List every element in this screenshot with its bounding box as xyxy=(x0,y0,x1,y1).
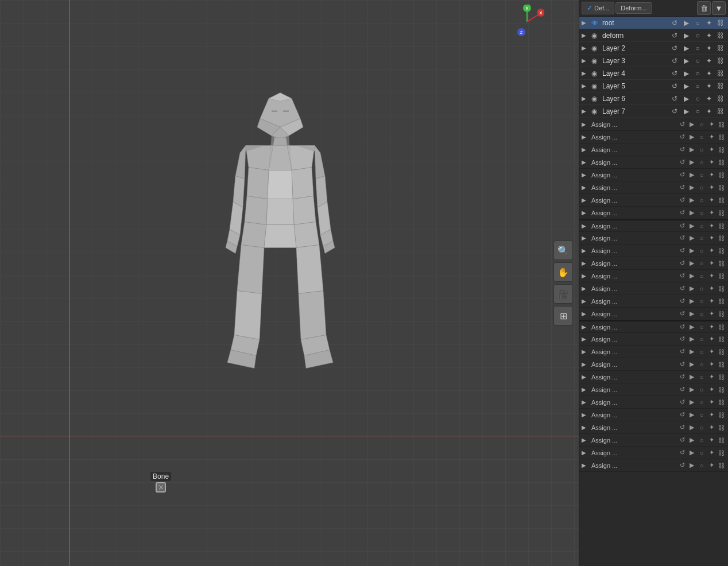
play-ai-10[interactable]: ▶ xyxy=(687,247,696,254)
assign-chevron-15[interactable]: ▶ xyxy=(582,311,590,317)
refresh-icon-layer7[interactable]: ↺ xyxy=(669,107,680,115)
assign-chevron-10[interactable]: ▶ xyxy=(582,247,590,254)
play-ai-25[interactable]: ▶ xyxy=(687,436,696,444)
assign-chevron-26[interactable]: ▶ xyxy=(582,449,590,456)
link-ai-25[interactable]: ⛓ xyxy=(717,437,726,444)
play-ai-22[interactable]: ▶ xyxy=(687,398,696,406)
refresh-ai-23[interactable]: ↺ xyxy=(677,411,687,418)
eye-layer2[interactable]: ◉ xyxy=(591,44,601,52)
bone-ai-1[interactable]: ✦ xyxy=(707,133,716,141)
refresh-ai-26[interactable]: ↺ xyxy=(677,449,687,456)
group-row-layer3[interactable]: ▶ ◉ Layer 3 ↺ ▶ ○ ✦ ⛓ xyxy=(579,55,728,67)
circle-ai-18[interactable]: ○ xyxy=(697,348,706,355)
assign-row-2[interactable]: ▶ Assign ... ↺ ▶ ○ ✦ ⛓ xyxy=(579,144,728,156)
bone-ai-18[interactable]: ✦ xyxy=(707,348,716,355)
assign-chevron-8[interactable]: ▶ xyxy=(582,223,590,229)
circle-ai-2[interactable]: ○ xyxy=(697,146,706,153)
link-ai-17[interactable]: ⛓ xyxy=(717,336,726,343)
assign-row-12[interactable]: ▶ Assign ... ↺ ▶ ○ ✦ ⛓ xyxy=(579,270,728,282)
bone-ai-5[interactable]: ✦ xyxy=(707,184,716,191)
circle-ai-15[interactable]: ○ xyxy=(697,311,706,317)
bone-ai-19[interactable]: ✦ xyxy=(707,360,716,368)
refresh-ai-14[interactable]: ↺ xyxy=(677,297,687,305)
link-ai-9[interactable]: ⛓ xyxy=(717,235,726,242)
assign-row-19[interactable]: ▶ Assign ... ↺ ▶ ○ ✦ ⛓ xyxy=(579,358,728,371)
link-ai-21[interactable]: ⛓ xyxy=(717,386,726,393)
play-ai-14[interactable]: ▶ xyxy=(687,297,696,305)
link-ai-18[interactable]: ⛓ xyxy=(717,348,726,355)
assign-row-11[interactable]: ▶ Assign ... ↺ ▶ ○ ✦ ⛓ xyxy=(579,257,728,270)
circle-ai-0[interactable]: ○ xyxy=(697,121,706,128)
assign-chevron-2[interactable]: ▶ xyxy=(582,146,590,153)
play-ai-8[interactable]: ▶ xyxy=(687,222,696,230)
assign-row-5[interactable]: ▶ Assign ... ↺ ▶ ○ ✦ ⛓ xyxy=(579,181,728,194)
link-icon-root[interactable]: ⛓ xyxy=(715,19,726,27)
refresh-ai-18[interactable]: ↺ xyxy=(677,348,687,355)
circle-ai-19[interactable]: ○ xyxy=(697,361,706,368)
play-ai-27[interactable]: ▶ xyxy=(687,462,696,469)
play-ai-7[interactable]: ▶ xyxy=(687,209,696,216)
link-ai-15[interactable]: ⛓ xyxy=(717,311,726,317)
link-icon-layer7[interactable]: ⛓ xyxy=(715,107,726,115)
assign-row-6[interactable]: ▶ Assign ... ↺ ▶ ○ ✦ ⛓ xyxy=(579,194,728,207)
assign-chevron-0[interactable]: ▶ xyxy=(582,121,590,127)
link-icon-layer5[interactable]: ⛓ xyxy=(715,82,726,90)
refresh-ai-1[interactable]: ↺ xyxy=(677,133,687,141)
refresh-ai-11[interactable]: ↺ xyxy=(677,259,687,267)
group-row-deform[interactable]: ▶ ◉ deform ↺ ▶ ○ ✦ ⛓ xyxy=(579,29,728,42)
assign-chevron-7[interactable]: ▶ xyxy=(582,210,590,216)
play-icon-layer5[interactable]: ▶ xyxy=(681,82,691,90)
assign-chevron-3[interactable]: ▶ xyxy=(582,159,590,165)
circle-icon-layer2[interactable]: ○ xyxy=(692,44,703,52)
assign-chevron-20[interactable]: ▶ xyxy=(582,374,590,380)
link-ai-20[interactable]: ⛓ xyxy=(717,374,726,381)
link-ai-22[interactable]: ⛓ xyxy=(717,399,726,406)
bone-ai-9[interactable]: ✦ xyxy=(707,234,716,242)
refresh-ai-0[interactable]: ↺ xyxy=(677,121,687,128)
play-ai-1[interactable]: ▶ xyxy=(687,133,696,141)
refresh-icon-layer6[interactable]: ↺ xyxy=(669,95,680,103)
circle-ai-22[interactable]: ○ xyxy=(697,399,706,406)
refresh-ai-22[interactable]: ↺ xyxy=(677,398,687,406)
assign-chevron-23[interactable]: ▶ xyxy=(582,412,590,418)
refresh-ai-8[interactable]: ↺ xyxy=(677,222,687,230)
group-row-layer5[interactable]: ▶ ◉ Layer 5 ↺ ▶ ○ ✦ ⛓ xyxy=(579,80,728,92)
circle-ai-21[interactable]: ○ xyxy=(697,386,706,393)
refresh-ai-2[interactable]: ↺ xyxy=(677,146,687,153)
bone-ai-22[interactable]: ✦ xyxy=(707,398,716,406)
play-icon-layer2[interactable]: ▶ xyxy=(681,44,691,52)
play-ai-11[interactable]: ▶ xyxy=(687,259,696,267)
refresh-icon-layer5[interactable]: ↺ xyxy=(669,82,680,90)
group-row-layer6[interactable]: ▶ ◉ Layer 6 ↺ ▶ ○ ✦ ⛓ xyxy=(579,92,728,105)
link-icon-layer4[interactable]: ⛓ xyxy=(715,69,726,77)
bone-icon-layer3[interactable]: ✦ xyxy=(704,57,714,65)
circle-icon-layer3[interactable]: ○ xyxy=(692,57,703,65)
link-ai-12[interactable]: ⛓ xyxy=(717,273,726,280)
refresh-ai-10[interactable]: ↺ xyxy=(677,247,687,254)
assign-chevron-9[interactable]: ▶ xyxy=(582,235,590,241)
circle-ai-8[interactable]: ○ xyxy=(697,223,706,230)
link-ai-5[interactable]: ⛓ xyxy=(717,184,726,191)
play-ai-15[interactable]: ▶ xyxy=(687,310,696,317)
play-ai-18[interactable]: ▶ xyxy=(687,348,696,355)
play-icon-deform[interactable]: ▶ xyxy=(681,32,691,40)
assign-chevron-21[interactable]: ▶ xyxy=(582,386,590,393)
refresh-ai-4[interactable]: ↺ xyxy=(677,171,687,179)
circle-ai-17[interactable]: ○ xyxy=(697,336,706,343)
assign-chevron-12[interactable]: ▶ xyxy=(582,273,590,279)
assign-chevron-18[interactable]: ▶ xyxy=(582,348,590,355)
link-ai-6[interactable]: ⛓ xyxy=(717,197,726,204)
assign-chevron-11[interactable]: ▶ xyxy=(582,260,590,266)
assign-chevron-17[interactable]: ▶ xyxy=(582,336,590,342)
assign-row-17[interactable]: ▶ Assign ... ↺ ▶ ○ ✦ ⛓ xyxy=(579,333,728,346)
link-ai-3[interactable]: ⛓ xyxy=(717,159,726,166)
assign-row-16[interactable]: ▶ Assign ... ↺ ▶ ○ ✦ ⛓ xyxy=(579,320,728,333)
bone-ai-15[interactable]: ✦ xyxy=(707,310,716,317)
bone-ai-26[interactable]: ✦ xyxy=(707,449,716,456)
refresh-ai-5[interactable]: ↺ xyxy=(677,184,687,191)
assign-chevron-1[interactable]: ▶ xyxy=(582,134,590,140)
bone-ai-3[interactable]: ✦ xyxy=(707,158,716,166)
assign-chevron-13[interactable]: ▶ xyxy=(582,285,590,292)
link-ai-2[interactable]: ⛓ xyxy=(717,146,726,153)
pan-tool[interactable]: ✋ xyxy=(553,262,573,282)
